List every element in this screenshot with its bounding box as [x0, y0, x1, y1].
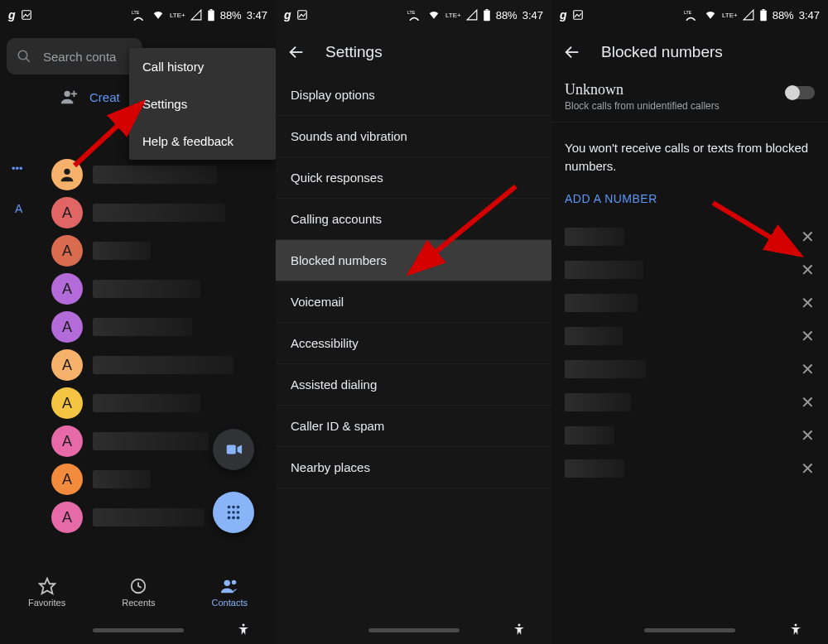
remove-icon[interactable]: ✕ [801, 328, 815, 344]
home-pill[interactable] [644, 628, 735, 632]
menu-call-history[interactable]: Call history [129, 48, 276, 85]
lte-plus-icon: LTE+ [170, 12, 185, 19]
contact-name-redacted [93, 318, 192, 336]
menu-settings[interactable]: Settings [129, 85, 276, 123]
accessibility-icon[interactable] [788, 622, 803, 637]
contact-row[interactable]: A [51, 194, 269, 232]
remove-icon[interactable]: ✕ [801, 394, 815, 411]
svg-point-20 [237, 517, 240, 520]
remove-icon[interactable]: ✕ [801, 460, 815, 477]
settings-item[interactable]: Assisted dialing [276, 364, 551, 406]
clock-text: 3:47 [247, 9, 267, 22]
video-call-fab[interactable] [213, 429, 254, 470]
settings-item[interactable]: Accessibility [276, 323, 551, 364]
back-icon[interactable] [287, 43, 306, 61]
volte-icon: LTE [407, 9, 422, 21]
battery-icon [483, 9, 491, 22]
notif-icon: g [8, 8, 16, 22]
image-icon [21, 9, 32, 21]
image-icon [296, 9, 308, 21]
blocked-row: ✕ [565, 452, 815, 485]
blocked-number-redacted [565, 327, 623, 345]
tab-recents-label: Recents [122, 598, 155, 608]
settings-item[interactable]: Caller ID & spam [276, 406, 551, 447]
svg-point-16 [232, 511, 235, 514]
back-icon[interactable] [563, 43, 581, 61]
contact-name-redacted [93, 356, 233, 374]
remove-icon[interactable]: ✕ [801, 361, 815, 377]
clock-text: 3:47 [522, 9, 543, 22]
settings-item[interactable]: Quick responses [276, 157, 551, 199]
contact-row[interactable]: A [51, 346, 269, 384]
screen-settings: g LTE LTE+ 88% 3:47 Settings Display opt… [276, 0, 551, 644]
contact-row[interactable] [51, 156, 269, 194]
menu-help[interactable]: Help & feedback [129, 123, 276, 160]
system-bar [551, 616, 828, 644]
dialpad-fab[interactable] [213, 492, 254, 533]
contact-name-redacted [93, 280, 200, 298]
settings-item[interactable]: Display options [276, 74, 551, 116]
person-add-icon [60, 88, 78, 106]
avatar: A [51, 235, 83, 267]
accessibility-icon[interactable] [512, 622, 527, 637]
svg-rect-10 [227, 445, 236, 454]
unknown-title: Unknown [565, 81, 720, 99]
tab-favorites[interactable]: Favorites [28, 577, 65, 608]
contact-name-redacted [93, 204, 225, 222]
settings-item[interactable]: Sounds and vibration [276, 116, 551, 157]
blocked-row: ✕ [565, 253, 815, 286]
contact-name-redacted [93, 508, 205, 526]
settings-item[interactable]: Nearby places [276, 447, 551, 488]
settings-item[interactable]: Voicemail [276, 281, 551, 323]
remove-icon[interactable]: ✕ [801, 262, 815, 278]
svg-point-33 [518, 624, 521, 627]
battery-text: 88% [496, 9, 518, 22]
home-pill[interactable] [93, 628, 184, 632]
tab-contacts[interactable]: Contacts [212, 577, 248, 608]
blocked-number-redacted [565, 426, 614, 445]
remove-icon[interactable]: ✕ [801, 228, 815, 245]
contact-row[interactable]: A [51, 232, 269, 270]
contact-row[interactable]: A [51, 270, 269, 308]
svg-rect-39 [762, 9, 764, 11]
unknown-toggle-row[interactable]: Unknown Block calls from unidentified ca… [551, 74, 828, 123]
tab-contacts-label: Contacts [212, 598, 248, 608]
tab-recents[interactable]: Recents [122, 577, 155, 608]
svg-point-15 [228, 511, 231, 514]
remove-icon[interactable]: ✕ [801, 427, 815, 444]
settings-item[interactable]: Calling accounts [276, 199, 551, 240]
blocked-list: ✕✕✕✕✕✕✕✕ [551, 220, 828, 485]
svg-point-17 [237, 511, 240, 514]
add-number-button[interactable]: ADD A NUMBER [551, 184, 828, 220]
contact-row[interactable]: A [51, 308, 269, 346]
blocked-row: ✕ [565, 386, 815, 419]
blocked-number-redacted [565, 294, 638, 312]
settings-title: Settings [325, 43, 383, 61]
svg-rect-38 [760, 10, 767, 21]
blocked-description: You won't receive calls or texts from bl… [551, 123, 828, 184]
remove-icon[interactable]: ✕ [801, 295, 815, 311]
svg-point-24 [232, 579, 237, 584]
avatar: A [51, 311, 83, 343]
avatar: A [51, 502, 83, 533]
svg-point-41 [795, 624, 797, 627]
status-bar: g LTE LTE+ 88% 3:47 [551, 0, 828, 30]
svg-line-5 [26, 58, 30, 62]
svg-marker-21 [39, 578, 54, 593]
unknown-toggle[interactable] [787, 86, 815, 99]
battery-text: 88% [773, 9, 794, 22]
contact-row[interactable]: A [51, 384, 269, 422]
svg-point-18 [228, 517, 231, 520]
notif-icon: g [560, 8, 567, 22]
search-input[interactable]: Search conta [7, 38, 142, 74]
screen-contacts: g LTE LTE+ 88% 3:4 [0, 0, 276, 644]
avatar: A [51, 349, 83, 381]
accessibility-icon[interactable] [236, 622, 251, 637]
avatar: A [51, 387, 83, 419]
contact-name-redacted [93, 470, 151, 488]
home-pill[interactable] [368, 628, 460, 632]
overflow-menu: Call history Settings Help & feedback [129, 48, 276, 160]
lte-plus-icon: LTE+ [445, 12, 461, 19]
wifi-icon [152, 9, 165, 21]
settings-item[interactable]: Blocked numbers [276, 240, 551, 281]
